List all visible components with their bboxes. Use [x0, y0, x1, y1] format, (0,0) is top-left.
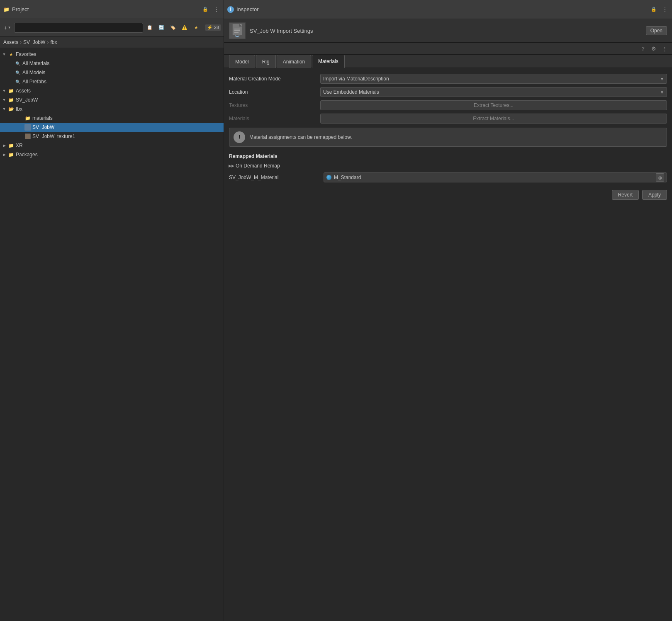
inspector-settings-btn[interactable]: ⚙ — [650, 44, 658, 53]
on-demand-remap-row[interactable]: ▶ On Demand Remap — [229, 161, 667, 171]
inspector-info-icon: i — [227, 6, 234, 13]
warning-box: ! Material assignments can be remapped b… — [229, 128, 667, 147]
notification-badge: ⚡ 28 — [205, 24, 221, 31]
warning-message: Material assignments can be remapped bel… — [249, 134, 352, 140]
search-input[interactable] — [14, 23, 143, 33]
location-row: Location Use Embedded Materials ▼ — [229, 86, 667, 98]
tab-animation[interactable]: Animation — [277, 55, 311, 68]
xr-label: XR — [16, 143, 23, 148]
project-toolbar: + ▼ 📋 🔄 🏷️ ⚠️ ★ ⚡ 28 — [0, 19, 224, 36]
lock-icon-btn[interactable]: 🔒 — [201, 5, 209, 14]
fbx-label: fbx — [16, 106, 22, 112]
material-creation-mode-row: Material Creation Mode Import via Materi… — [229, 73, 667, 85]
sv-jobw-texture-icon — [24, 133, 31, 140]
location-control: Use Embedded Materials ▼ — [320, 87, 667, 97]
material-creation-mode-dropdown[interactable]: Import via MaterialDescription ▼ — [320, 74, 667, 84]
folder-icon: 📁 — [3, 7, 10, 12]
breadcrumb-fbx[interactable]: fbx — [50, 39, 57, 45]
assets-label: Assets — [16, 88, 31, 94]
materials-label: materials — [32, 115, 53, 121]
sv-jobw-folder-icon — [8, 97, 15, 103]
apply-button[interactable]: Apply — [642, 190, 667, 200]
panel-menu-btn[interactable]: ⋮ — [212, 5, 220, 14]
xr-folder-icon — [8, 142, 15, 149]
material-creation-mode-label: Material Creation Mode — [229, 76, 320, 82]
all-models-label: All Models — [22, 70, 45, 75]
fbx-section-header[interactable]: fbx — [0, 104, 224, 114]
material-name-label: SV_JobW_M_Material — [229, 175, 320, 180]
material-picker-btn[interactable]: ◎ — [656, 173, 664, 182]
bottom-buttons-bar: Revert Apply — [229, 187, 667, 203]
material-picker[interactable]: M_Standard ◎ — [324, 172, 667, 182]
all-materials-label: All Materials — [22, 61, 49, 66]
project-panel-header: 📁 Project 🔒 ⋮ — [0, 0, 224, 19]
assets-folder-icon — [8, 87, 15, 94]
project-panel: 📁 Project 🔒 ⋮ + ▼ 📋 🔄 🏷️ ⚠️ ★ — [0, 0, 224, 621]
sv-jobw-expand-arrow — [2, 97, 7, 102]
all-prefabs-item[interactable]: 🔍 All Prefabs — [0, 77, 224, 86]
inspector-menu-btn[interactable]: ⋮ — [660, 5, 669, 14]
tab-model[interactable]: Model — [229, 55, 255, 68]
warning-btn[interactable]: ⚠️ — [180, 23, 190, 33]
all-prefabs-label: All Prefabs — [22, 79, 46, 85]
fbx-expand-arrow — [2, 107, 7, 112]
sv-jobw-fbx-icon — [24, 124, 31, 131]
favorites-label: Favorites — [16, 51, 36, 57]
materials-row: Materials Extract Materials... — [229, 113, 667, 124]
add-btn[interactable]: + ▼ — [2, 23, 12, 33]
packages-folder-icon — [8, 151, 15, 158]
dropdown-arrow-material: ▼ — [660, 77, 664, 81]
warning-icon: ! — [234, 131, 245, 143]
tab-rig[interactable]: Rig — [256, 55, 276, 68]
inspector-panel: i Inspector 🔒 ⋮ SV_Job W Import Settings… — [224, 0, 672, 621]
favorites-section-header[interactable]: Favorites — [0, 50, 224, 59]
favorite-btn[interactable]: ★ — [191, 23, 201, 33]
all-materials-item[interactable]: 🔍 All Materials — [0, 59, 224, 68]
location-value: Use Embedded Materials — [323, 89, 379, 95]
xr-expand-arrow — [2, 143, 7, 148]
inspector-lock-btn[interactable]: 🔒 — [650, 5, 658, 14]
remapped-materials-title: Remapped Materials — [229, 150, 667, 161]
all-models-item[interactable]: 🔍 All Models — [0, 68, 224, 77]
asset-name-label: SV_Job W Import Settings — [250, 28, 642, 34]
inspector-help-btn[interactable]: ? — [639, 44, 647, 53]
xr-section-header[interactable]: XR — [0, 141, 224, 150]
inspector-sub-toolbar: ? ⚙ ⋮ — [224, 43, 672, 55]
open-button[interactable]: Open — [646, 26, 667, 35]
assets-section-header[interactable]: Assets — [0, 86, 224, 95]
sv-jobw-section-header[interactable]: SV_JobW — [0, 95, 224, 104]
location-dropdown[interactable]: Use Embedded Materials ▼ — [320, 87, 667, 97]
search-icon-materials: 🔍 — [15, 60, 21, 67]
packages-expand-arrow — [2, 152, 7, 157]
breadcrumb-sv-jobw[interactable]: SV_JobW — [23, 39, 45, 45]
extract-textures-btn[interactable]: Extract Textures... — [320, 100, 667, 110]
material-remap-row: SV_JobW_M_Material M_Standard ◎ — [229, 172, 667, 183]
search-mode-btn[interactable]: 📋 — [145, 23, 155, 33]
revert-button[interactable]: Revert — [612, 190, 639, 200]
material-dot-icon — [326, 175, 331, 180]
refresh-btn[interactable]: 🔄 — [156, 23, 166, 33]
project-panel-title: Project — [12, 6, 29, 12]
sv-jobw-file-label: SV_JobW — [32, 124, 54, 130]
materials-folder-item[interactable]: materials — [0, 114, 224, 123]
search-icon-models: 🔍 — [15, 69, 21, 76]
filter-btn[interactable]: 🏷️ — [168, 23, 178, 33]
fbx-folder-icon — [8, 106, 15, 112]
extract-materials-btn[interactable]: Extract Materials... — [320, 114, 667, 124]
materials-extract-label: Materials — [229, 116, 320, 121]
asset-thumbnail — [229, 22, 246, 39]
settings-content: Material Creation Mode Import via Materi… — [224, 68, 672, 621]
breadcrumb-assets[interactable]: Assets — [3, 39, 18, 45]
sv-jobw-texture-label: SV_JobW_texture1 — [32, 133, 75, 139]
materials-control: Extract Materials... — [320, 114, 667, 124]
materials-folder-icon — [24, 115, 31, 121]
assets-expand-arrow — [2, 88, 7, 93]
material-creation-mode-value: Import via MaterialDescription — [323, 76, 389, 82]
sv-jobw-file-item[interactable]: SV_JobW — [0, 123, 224, 132]
sv-jobw-texture-item[interactable]: SV_JobW_texture1 — [0, 132, 224, 141]
packages-section-header[interactable]: Packages — [0, 150, 224, 159]
tab-materials[interactable]: Materials — [312, 55, 345, 68]
inspector-more-btn[interactable]: ⋮ — [660, 44, 669, 53]
material-creation-mode-control: Import via MaterialDescription ▼ — [320, 74, 667, 84]
favorites-star-icon — [8, 51, 15, 58]
